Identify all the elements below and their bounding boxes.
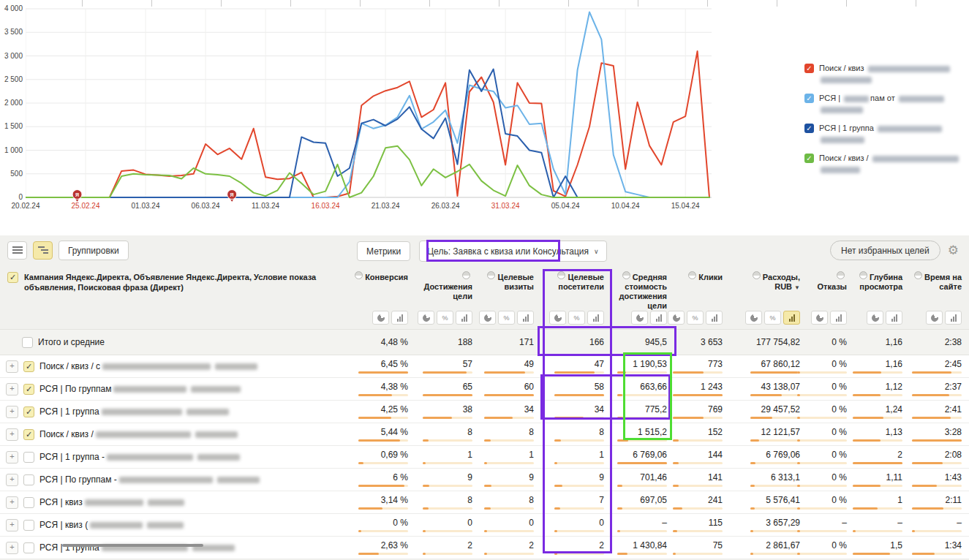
- gear-icon[interactable]: ⚙: [948, 244, 959, 257]
- row-checkbox[interactable]: [23, 542, 34, 553]
- metric-value: 3:28: [945, 428, 962, 437]
- tree-view-button[interactable]: [33, 241, 53, 260]
- legend-item[interactable]: ✓РСЯ | пам от: [804, 93, 965, 115]
- expand-row-button[interactable]: +: [6, 406, 18, 418]
- annotation-pin-icon[interactable]: Я: [72, 190, 82, 203]
- legend-item[interactable]: ✓Поиск / квиз: [804, 63, 965, 85]
- pie-chart-icon[interactable]: [549, 311, 566, 325]
- metric-value: 4,38 %: [381, 382, 408, 392]
- percent-icon[interactable]: %: [687, 311, 704, 325]
- metric-value: 2:08: [945, 450, 962, 460]
- percent-icon[interactable]: %: [437, 311, 453, 325]
- legend-checkbox[interactable]: ✓: [804, 154, 814, 163]
- horizontal-scrollbar[interactable]: [62, 544, 203, 547]
- legend-checkbox[interactable]: ✓: [804, 124, 814, 133]
- row-checkbox[interactable]: ✓: [23, 361, 34, 372]
- percent-icon[interactable]: %: [568, 311, 585, 325]
- metric-cell: 2: [854, 446, 910, 468]
- metric-value: 2: [529, 541, 534, 550]
- bar-chart-icon[interactable]: [886, 311, 902, 325]
- row-checkbox[interactable]: ✓: [23, 384, 34, 395]
- metric-value: 34: [524, 405, 534, 415]
- row-checkbox[interactable]: [23, 497, 34, 508]
- metric-bar: [484, 417, 534, 419]
- bar-chart-icon[interactable]: [830, 311, 847, 325]
- bar-chart-icon[interactable]: [456, 311, 472, 325]
- favorite-goals-button[interactable]: Нет избранных целей: [830, 241, 940, 260]
- metrics-button[interactable]: Метрики: [357, 241, 410, 261]
- metric-cell: 2:41: [910, 401, 969, 423]
- expand-row-button[interactable]: +: [6, 383, 18, 396]
- metric-bar: [423, 530, 472, 532]
- totals-checkbox[interactable]: [22, 337, 33, 348]
- metric-bar: [673, 553, 723, 555]
- pie-chart-icon[interactable]: [418, 311, 434, 325]
- pie-chart-icon[interactable]: [479, 311, 496, 325]
- bar-chart-icon[interactable]: [783, 311, 800, 325]
- expand-row-button[interactable]: +: [6, 360, 18, 373]
- y-tick-label: 2 500: [0, 75, 23, 83]
- metric-cell: 0,69 %: [351, 446, 415, 468]
- row-checkbox[interactable]: [23, 474, 34, 485]
- metric-value: 1: [599, 450, 604, 460]
- pie-chart-icon[interactable]: [926, 311, 943, 325]
- pie-chart-icon[interactable]: [631, 311, 648, 325]
- row-name-cell: +✓Поиск / квиз / с: [0, 355, 351, 377]
- metric-bar: [912, 417, 962, 419]
- annotation-pin-icon[interactable]: Я: [227, 190, 237, 203]
- pie-chart-icon[interactable]: [811, 311, 828, 325]
- row-checkbox[interactable]: [23, 452, 34, 463]
- legend-checkbox[interactable]: ✓: [804, 64, 814, 73]
- metric-header-icons: %: [745, 311, 800, 325]
- metric-bar: [912, 439, 962, 442]
- percent-icon[interactable]: %: [764, 311, 781, 325]
- metric-cell: 8: [415, 491, 480, 513]
- expand-row-button[interactable]: +: [6, 542, 18, 554]
- metric-cell: 1 243: [674, 378, 730, 400]
- metric-cell: 1: [480, 446, 541, 468]
- legend-item[interactable]: ✓РСЯ | 1 группа: [804, 123, 965, 145]
- metric-value: 0: [467, 518, 472, 528]
- bar-chart-icon[interactable]: [650, 311, 667, 325]
- metric-value: 2: [599, 541, 604, 550]
- legend-item[interactable]: ✓Поиск / квиз /: [804, 153, 965, 175]
- expand-row-button[interactable]: +: [6, 428, 18, 441]
- name-column-header: ✓Кампания Яндекс.Директа, Объявление Янд…: [0, 268, 351, 330]
- bar-chart-icon[interactable]: [945, 311, 962, 325]
- expand-row-button[interactable]: +: [6, 519, 18, 531]
- row-checkbox[interactable]: ✓: [23, 406, 34, 417]
- legend-checkbox[interactable]: ✓: [804, 94, 814, 103]
- metric-value: 9: [599, 473, 604, 483]
- row-checkbox[interactable]: [23, 520, 34, 531]
- chevron-down-icon: ∨: [594, 248, 599, 255]
- bar-chart-icon[interactable]: [587, 311, 604, 325]
- pie-chart-icon[interactable]: [745, 311, 762, 325]
- metric-cell: 0: [541, 514, 611, 536]
- pie-chart-icon[interactable]: [867, 311, 883, 325]
- groupings-button[interactable]: Группировки: [59, 241, 129, 260]
- metric-value: 9: [467, 473, 472, 483]
- pie-chart-icon[interactable]: [668, 311, 685, 325]
- expand-row-button[interactable]: +: [6, 451, 18, 463]
- metric-bar: [797, 394, 847, 396]
- expand-row-button[interactable]: +: [6, 496, 18, 509]
- metric-bar: [423, 394, 472, 396]
- metric-cell: 2: [415, 537, 480, 559]
- list-view-button[interactable]: [7, 241, 27, 260]
- metric-cell: 38: [415, 401, 480, 423]
- pie-glyph: [871, 314, 880, 322]
- metric-value: 8: [529, 428, 534, 437]
- redacted-text: [821, 167, 860, 173]
- metric-bar: [617, 371, 667, 374]
- bar-chart-icon[interactable]: [391, 311, 408, 325]
- chart-section: 05001 0001 5002 0002 5003 0003 5004 000 …: [0, 0, 969, 235]
- row-checkbox[interactable]: ✓: [23, 429, 34, 440]
- expand-row-button[interactable]: +: [6, 474, 18, 486]
- bar-chart-icon[interactable]: [517, 311, 534, 325]
- bar-chart-icon[interactable]: [706, 311, 723, 325]
- percent-icon[interactable]: %: [498, 311, 515, 325]
- metric-cell: –: [611, 514, 674, 536]
- pie-chart-icon[interactable]: [372, 311, 389, 325]
- select-all-checkbox[interactable]: ✓: [7, 272, 18, 283]
- goal-dropdown[interactable]: Цель: Заявка с квиза или Консультация ∨: [419, 241, 606, 262]
